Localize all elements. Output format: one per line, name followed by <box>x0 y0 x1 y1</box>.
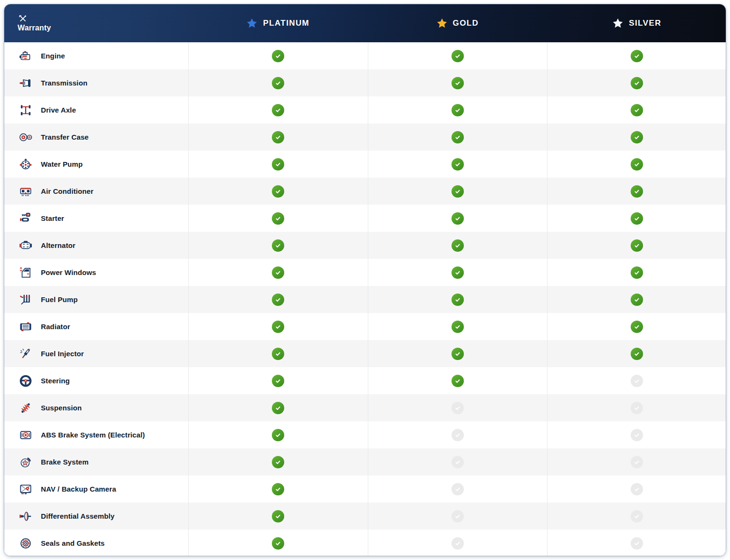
silver-coverage-cell <box>547 123 726 151</box>
table-row: Seals and Gaskets <box>4 530 726 556</box>
included-check-icon <box>631 158 643 171</box>
component-label: Brake System <box>41 458 88 466</box>
silver-coverage-cell <box>547 286 726 313</box>
gold-coverage-cell <box>368 475 548 503</box>
gold-coverage-cell <box>368 367 548 394</box>
gold-coverage-cell <box>368 421 548 448</box>
component-cell: NAV / Backup Camera <box>4 475 188 503</box>
table-row: Differential Assembly <box>4 503 726 530</box>
seals-and-gaskets-icon <box>19 536 33 551</box>
radiator-icon <box>19 320 33 334</box>
included-check-icon <box>451 158 464 171</box>
excluded-check-icon <box>451 510 464 522</box>
included-check-icon <box>451 266 464 279</box>
fuel-pump-icon <box>19 293 33 307</box>
table-row: Alternator <box>4 232 726 259</box>
included-check-icon <box>272 239 284 252</box>
starter-icon <box>19 211 33 226</box>
gold-coverage-cell <box>368 313 548 340</box>
gold-coverage-cell <box>368 286 548 313</box>
component-cell: Starter <box>4 205 188 232</box>
platinum-coverage-cell <box>188 286 368 313</box>
silver-coverage-cell <box>547 448 726 475</box>
component-cell: Drive Axle <box>4 96 188 123</box>
component-cell: Alternator <box>4 232 188 259</box>
plan-label: PLATINUM <box>263 19 309 28</box>
platinum-coverage-cell <box>188 421 368 448</box>
gold-coverage-cell <box>368 340 548 367</box>
platinum-coverage-cell <box>188 448 368 475</box>
component-label: Seals and Gaskets <box>41 539 105 547</box>
silver-coverage-cell <box>547 475 726 503</box>
included-check-icon <box>272 104 284 116</box>
component-label: NAV / Backup Camera <box>41 485 116 493</box>
included-check-icon <box>631 50 643 62</box>
platinum-coverage-cell <box>188 340 368 367</box>
component-cell: Steering <box>4 367 188 394</box>
table-body: Engine Transmission Drive Axle Transfer … <box>4 42 726 556</box>
table-row: Suspension <box>4 394 726 421</box>
excluded-check-icon <box>631 456 643 468</box>
platinum-coverage-cell <box>188 394 368 421</box>
gold-coverage-cell <box>368 232 548 259</box>
platinum-coverage-cell <box>188 205 368 232</box>
included-check-icon <box>272 429 284 441</box>
included-check-icon <box>272 321 284 333</box>
fuel-injector-icon <box>19 347 33 361</box>
included-check-icon <box>272 50 284 62</box>
table-row: ABS Brake System (Electrical) <box>4 421 726 448</box>
included-check-icon <box>451 185 464 198</box>
component-label: Power Windows <box>41 268 96 276</box>
table-row: Transfer Case <box>4 123 726 151</box>
platinum-coverage-cell <box>188 530 368 556</box>
drive-axle-icon <box>19 103 33 117</box>
silver-coverage-cell <box>547 151 726 178</box>
included-check-icon <box>631 348 643 360</box>
excluded-check-icon <box>631 402 643 414</box>
silver-coverage-cell <box>547 503 726 530</box>
included-check-icon <box>451 131 464 143</box>
component-cell: Fuel Injector <box>4 340 188 367</box>
table-row: Starter <box>4 205 726 232</box>
included-check-icon <box>272 456 284 468</box>
component-cell: ABS Brake System (Electrical) <box>4 421 188 448</box>
component-cell: Brake System <box>4 448 188 475</box>
included-check-icon <box>451 239 464 252</box>
excluded-check-icon <box>451 429 464 441</box>
included-check-icon <box>451 321 464 333</box>
component-cell: Transfer Case <box>4 123 188 151</box>
suspension-icon <box>19 401 33 415</box>
crossed-tools-icon <box>19 15 27 22</box>
excluded-check-icon <box>631 537 643 550</box>
excluded-check-icon <box>631 375 643 387</box>
warranty-title: Warranty <box>18 24 188 32</box>
table-row: Radiator <box>4 313 726 340</box>
transfer-case-icon <box>19 130 33 144</box>
table-row: Engine <box>4 42 726 69</box>
included-check-icon <box>272 158 284 171</box>
included-check-icon <box>272 131 284 143</box>
component-label: Fuel Pump <box>41 295 78 304</box>
gold-coverage-cell <box>368 448 548 475</box>
silver-coverage-cell <box>547 205 726 232</box>
table-row: Transmission <box>4 69 726 96</box>
included-check-icon <box>272 266 284 279</box>
excluded-check-icon <box>451 456 464 468</box>
plan-label: GOLD <box>453 19 479 28</box>
included-check-icon <box>272 185 284 198</box>
nav-backup-camera-icon <box>19 482 33 496</box>
included-check-icon <box>631 104 643 116</box>
gold-coverage-cell <box>368 259 548 286</box>
gold-coverage-cell <box>368 530 548 556</box>
included-check-icon <box>451 50 464 62</box>
gold-coverage-cell <box>368 178 548 205</box>
included-check-icon <box>451 294 464 306</box>
gold-coverage-cell <box>368 42 548 69</box>
plan-label: SILVER <box>629 19 662 28</box>
table-row: Brake System <box>4 448 726 475</box>
excluded-check-icon <box>451 537 464 550</box>
table-row: Water Pump <box>4 151 726 178</box>
silver-coverage-cell <box>547 232 726 259</box>
platinum-coverage-cell <box>188 232 368 259</box>
blue-star-icon <box>246 18 258 29</box>
